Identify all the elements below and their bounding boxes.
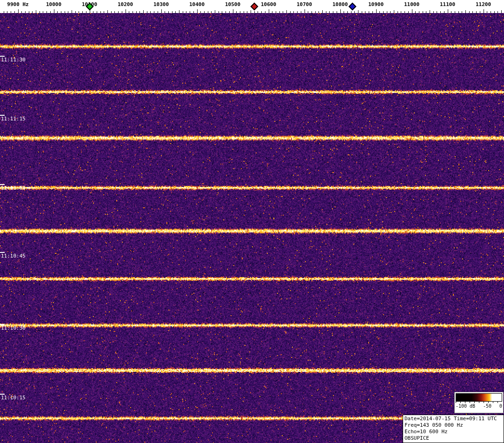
- info-line-date-time: Date=2014-07-15 Time=09:11 UTC: [405, 416, 502, 422]
- legend-label-mid: -50: [483, 403, 491, 409]
- observation-info-box: Date=2014-07-15 Time=09:11 UTC Freq=143 …: [403, 415, 504, 443]
- legend-label-max: 0: [499, 403, 502, 409]
- legend-color-gradient: [456, 393, 502, 402]
- info-line-echo: Echo=10 600 Hz: [405, 429, 502, 435]
- info-line-station: OBSUPICE: [405, 435, 502, 442]
- spectrogram-waterfall-canvas[interactable]: [0, 13, 504, 443]
- blue-marker-diamond[interactable]: [349, 3, 357, 11]
- legend-labels: -100 dB -50 0: [455, 403, 503, 409]
- info-line-frequency: Freq=143 050 000 Hz: [405, 422, 502, 429]
- frequency-markers-layer: [0, 0, 504, 13]
- legend-label-min: -100 dB: [456, 403, 475, 409]
- red-marker-diamond[interactable]: [250, 3, 258, 11]
- green-marker-diamond[interactable]: [86, 3, 93, 11]
- intensity-legend: -100 dB -50 0: [454, 392, 504, 413]
- frequency-ruler: 9900 Hz100001010010200103001040010500106…: [0, 0, 504, 13]
